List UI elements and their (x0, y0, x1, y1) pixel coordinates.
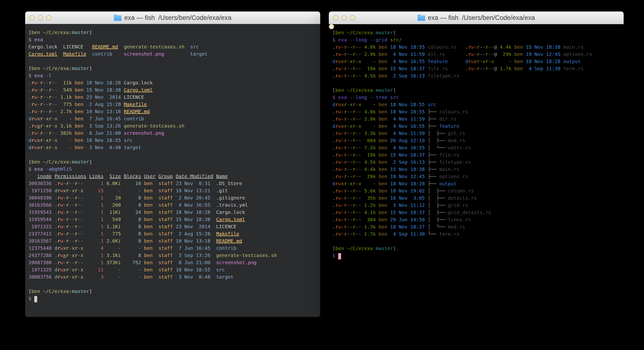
permission-char: w (60, 231, 63, 236)
minimize-button[interactable] (38, 15, 43, 20)
permission-char: w (34, 123, 37, 129)
permission-char: - (43, 123, 46, 129)
zoom-button[interactable] (350, 15, 355, 20)
terminal-line: .rw-r--r-- 2.7k ben 19 Nov 13:18 README.… (28, 108, 320, 115)
terminal-token: ben (72, 80, 84, 86)
permission-char: . (332, 210, 335, 215)
terminal-token: 8 (121, 195, 141, 201)
permission-char: - (54, 80, 57, 86)
terminal-line: .rw-r--r-- 4.5k ben 2 Sep 16:13 ├── file… (332, 158, 334, 166)
permission-char: x (46, 137, 49, 143)
permission-char: r (344, 102, 347, 108)
permission-char: d (465, 58, 468, 64)
permission-char: - (78, 216, 80, 222)
permission-char: d (332, 181, 335, 186)
terminal-token: generate-testcases.sh (124, 44, 184, 50)
terminal-screen[interactable]: [ben ~/C/e/exa:master]$ exa --long --gri… (329, 24, 334, 29)
permission-char: - (69, 202, 72, 208)
terminal-token: - (104, 274, 121, 280)
permission-char: r (40, 137, 43, 143)
terminal-token: ben (72, 116, 84, 122)
terminal-token: ben (376, 109, 387, 114)
permission-char: - (341, 217, 344, 222)
terminal-token: │ ├── (425, 195, 448, 201)
terminal-token: 15 Nov 18:37 (387, 66, 425, 72)
terminal-token: staff (153, 252, 173, 258)
permission-char: d (54, 188, 57, 194)
permission-char: x (80, 274, 84, 280)
terminal-token: 8 (121, 231, 141, 236)
permission-char: . (332, 217, 335, 222)
terminal-token: ben (72, 87, 84, 93)
terminal-screen[interactable]: [ben ~/C/e/exa:master]$ exaCargo.lock LI… (25, 24, 320, 317)
permission-char: r (335, 210, 338, 215)
permission-char: w (471, 44, 474, 50)
terminal-line: 12375448 drwxr-xr-x 4 - - ben staff 7 Ju… (28, 244, 320, 252)
terminal-token: 1 (84, 224, 104, 230)
permission-char: - (358, 210, 361, 215)
permission-char: r (335, 44, 338, 50)
permission-char: x (358, 102, 361, 108)
terminal-token: 2.6Ki (104, 238, 121, 244)
permission-char: r (352, 51, 356, 57)
permission-char: r (344, 224, 347, 230)
close-button[interactable] (333, 15, 338, 20)
terminal-token: main.rs (560, 44, 583, 50)
terminal-token: staff (153, 238, 173, 244)
terminal-token: ben (141, 260, 153, 266)
titlebar[interactable]: exa — fish /Users/ben/Code/exa/exa (329, 12, 624, 24)
minimize-button[interactable] (342, 15, 347, 20)
terminal-token: 4 Nov 16:55 (387, 123, 425, 129)
terminal-token (210, 231, 216, 236)
terminal-token: screenshot.png (124, 51, 164, 57)
terminal-token: 19 Nov 13:18 (84, 108, 121, 114)
terminal-token: Name (216, 173, 228, 179)
permission-char: - (356, 73, 358, 79)
terminal-token: ben (512, 51, 523, 57)
permission-char: - (37, 80, 40, 86)
terminal-token: - (104, 245, 121, 251)
terminal-line: Cargo.lock LICENCE README.md generate-te… (28, 43, 320, 50)
terminal-token: target (190, 51, 207, 57)
permission-char: x (341, 181, 344, 186)
permission-char: r (75, 238, 78, 244)
terminal-token: - (121, 245, 141, 251)
permission-char: r (344, 210, 347, 215)
permission-char: w (338, 66, 341, 72)
terminal-token: .travis.yml (210, 202, 248, 208)
permission-char: r (335, 145, 338, 150)
terminal-token: staff (153, 267, 173, 272)
terminal-token: 4.4k (361, 166, 376, 172)
terminal-token: 15 Nov 18:38 (387, 166, 425, 172)
permission-char: - (356, 224, 358, 230)
terminal-token: ben (376, 202, 387, 208)
close-button[interactable] (30, 15, 35, 20)
terminal-token: staff (153, 231, 173, 236)
permission-char: - (37, 87, 40, 93)
permission-char: - (356, 109, 358, 114)
terminal-token: ├── (425, 116, 439, 122)
permission-char: - (78, 195, 80, 201)
permission-char: r (40, 144, 43, 150)
permission-char: - (350, 66, 352, 72)
terminal-token: 1.7k (361, 231, 376, 237)
permission-char: r (344, 123, 347, 129)
zoom-button[interactable] (46, 15, 52, 20)
terminal-token: generate-testcases.sh (210, 252, 277, 258)
permission-char: - (482, 66, 485, 72)
terminal-token: 4 Nov 11:59 (387, 130, 425, 136)
titlebar[interactable]: exa — fish /Users/ben/Code/exa/exa (25, 12, 320, 24)
permission-char: - (480, 58, 482, 64)
terminal-token: staff (153, 260, 173, 266)
terminal-token: ben (141, 202, 153, 208)
terminal-token: Cargo.toml (28, 51, 57, 57)
terminal-token: 11k (57, 80, 72, 86)
terminal-token (121, 173, 124, 179)
terminal-line: [ben ~/C/e/exa:master] (28, 65, 320, 72)
permission-char: r (352, 159, 356, 165)
permission-char: w (338, 159, 341, 165)
terminal-token (210, 238, 216, 244)
permission-char: w (60, 260, 63, 266)
permission-char: - (356, 51, 358, 57)
terminal-token: 18 Nov 18:55 (173, 267, 210, 272)
